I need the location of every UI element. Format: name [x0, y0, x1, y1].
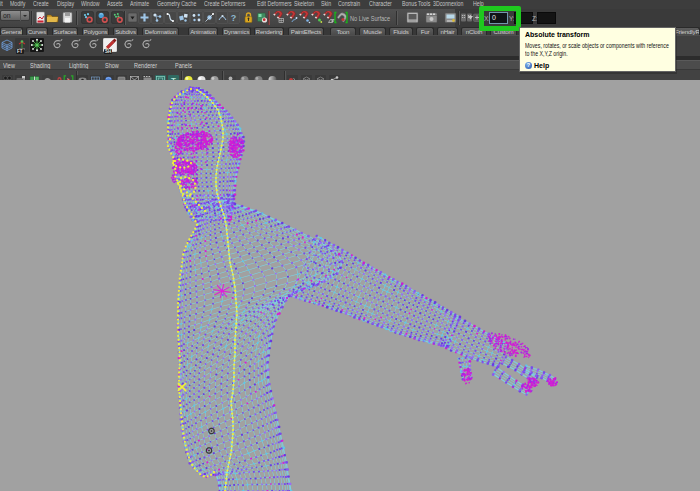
shelf-tab-painteffects[interactable]: PaintEffects	[288, 27, 324, 35]
bookmarks-icon[interactable]	[42, 71, 53, 81]
menu-help[interactable]: Help	[473, 0, 484, 8]
menu-assets[interactable]: Assets	[107, 0, 123, 8]
menu-skeleton[interactable]: Skeleton	[294, 0, 314, 8]
safe-title-icon[interactable]: T	[168, 71, 179, 81]
spider-rig-icon[interactable]	[30, 38, 44, 52]
menu-modify[interactable]: Modify	[10, 0, 25, 8]
poly-cube-icon[interactable]	[0, 38, 14, 52]
shelf-tab-subdivs[interactable]: Subdivs	[113, 27, 138, 35]
menu-create-deformers[interactable]: Create Deformers	[204, 0, 245, 8]
view-selected-icon[interactable]	[63, 71, 74, 81]
shelf-tab-nhair[interactable]: nHair	[437, 27, 458, 35]
coord-x-input[interactable]: 0	[489, 12, 508, 24]
shelf-tab-dynamics[interactable]: Dynamics	[222, 27, 251, 35]
gate-mask-icon[interactable]	[129, 71, 140, 81]
mask-curves-icon[interactable]	[164, 11, 177, 24]
panel-toolbar-divider	[284, 71, 286, 80]
viewport[interactable]	[0, 80, 700, 491]
script-swoosh-icon[interactable]	[50, 38, 64, 52]
mask-deformations-icon[interactable]	[190, 11, 203, 24]
status-line: on ?No Live SurfaceX:0Y:Z:	[0, 9, 700, 27]
mask-surfaces-icon[interactable]	[177, 11, 190, 24]
shelf-tab-polygons[interactable]: Polygons	[82, 27, 109, 35]
tooltip-help-row[interactable]: ? Help	[525, 62, 670, 69]
menu-window[interactable]: Window	[81, 0, 100, 8]
select-hierarchy-icon[interactable]	[81, 11, 94, 24]
shelf-tab-friendlyrig[interactable]: FriendlyRig	[674, 27, 700, 35]
help-label: Help	[534, 62, 549, 69]
screen-space-ao-icon[interactable]	[267, 71, 278, 81]
lock-selection-icon[interactable]	[242, 11, 255, 24]
open-scene-icon[interactable]	[46, 11, 59, 24]
ipr-render-icon[interactable]	[444, 11, 457, 24]
multisampling-icon[interactable]	[301, 71, 312, 81]
exposure-icon[interactable]	[329, 71, 340, 81]
wireframe-icon[interactable]	[183, 71, 194, 81]
grid-icon[interactable]	[90, 71, 101, 81]
menu-create[interactable]: Create	[33, 0, 49, 8]
shelf-tab-toon[interactable]: Toon	[330, 27, 356, 35]
menu-skin[interactable]: Skin	[321, 0, 331, 8]
script-swoosh-icon[interactable]	[139, 38, 153, 52]
script-swoosh-icon[interactable]	[121, 38, 135, 52]
select-object-icon[interactable]	[96, 11, 109, 24]
safe-action-icon[interactable]	[155, 71, 166, 81]
select-camera-icon[interactable]	[2, 71, 13, 81]
make-live-icon[interactable]	[334, 11, 347, 24]
resolution-gate-icon[interactable]	[116, 71, 127, 81]
shelf-tab-custom[interactable]: Custom	[490, 27, 517, 35]
coord-z-input[interactable]	[537, 12, 556, 24]
highlight-selection-icon[interactable]	[256, 11, 269, 24]
menu-geometry-cache[interactable]: Geometry Cache	[157, 0, 196, 8]
maya-window: itModifyCreateDisplayWindowAssetsAnimate…	[0, 0, 700, 491]
shelf-tab-fluids[interactable]: Fluids	[389, 27, 413, 35]
shelf-tab-ncloth[interactable]: nCloth	[461, 27, 487, 35]
render-view-icon[interactable]	[406, 11, 419, 24]
script-swoosh-icon[interactable]	[68, 38, 82, 52]
sh-pencil-icon[interactable]: SH	[103, 38, 117, 52]
mask-unknown-icon[interactable]: ?	[227, 11, 240, 24]
wireframe-figure	[0, 80, 700, 491]
menu-edit-deformers[interactable]: Edit Deformers	[257, 0, 292, 8]
motion-blur-icon[interactable]	[287, 71, 298, 81]
shelf-tab-general[interactable]: General	[0, 27, 23, 35]
snap-grid-icon[interactable]	[272, 11, 285, 24]
statusline-divider	[124, 11, 127, 25]
ft-tool-icon[interactable]: FT	[15, 38, 29, 52]
textured-icon[interactable]	[209, 71, 220, 81]
menu-3dconnexion[interactable]: 3Dconnexion	[433, 0, 463, 8]
mask-dynamics-icon[interactable]	[203, 11, 216, 24]
shelf-tab-fur[interactable]: Fur	[416, 27, 434, 35]
script-swoosh-icon[interactable]	[86, 38, 100, 52]
shelf-tab-rendering[interactable]: Rendering	[254, 27, 284, 35]
lock-camera-icon[interactable]	[15, 71, 26, 81]
shadows-icon[interactable]	[253, 71, 264, 81]
menu-animate[interactable]: Animate	[130, 0, 149, 8]
mask-joints-icon[interactable]	[151, 11, 164, 24]
coord-y-input[interactable]	[514, 12, 533, 24]
menu-it[interactable]: it	[0, 0, 3, 8]
depth-of-field-icon[interactable]	[315, 71, 326, 81]
shelf-tab-animation[interactable]: Animation	[188, 27, 218, 35]
shelf-tab-deformation[interactable]: Deformation	[142, 27, 179, 35]
camera-attributes-icon[interactable]	[29, 71, 40, 81]
save-scene-icon[interactable]	[61, 11, 74, 24]
use-default-material-icon[interactable]	[225, 71, 236, 81]
shelf-tab-muscle[interactable]: Muscle	[359, 27, 386, 35]
menu-display[interactable]: Display	[57, 0, 74, 8]
film-gate-icon[interactable]	[103, 71, 114, 81]
menu-character[interactable]: Character	[369, 0, 392, 8]
render-current-frame-icon[interactable]	[425, 11, 438, 24]
shaded-icon[interactable]	[196, 71, 207, 81]
menu-bonus-tools[interactable]: Bonus Tools	[402, 0, 430, 8]
mask-handles-icon[interactable]	[138, 11, 151, 24]
shelf-tab-surfaces[interactable]: Surfaces	[52, 27, 78, 35]
snap-curve-icon[interactable]	[285, 11, 298, 24]
shelf-tab-curves[interactable]: Curves	[26, 27, 48, 35]
menu-constrain[interactable]: Constrain	[338, 0, 360, 8]
menu-set-selector[interactable]: on	[0, 10, 30, 21]
select-component-icon[interactable]	[111, 11, 124, 24]
field-chart-icon[interactable]	[142, 71, 153, 81]
shading-all-lights-icon[interactable]	[239, 71, 250, 81]
isolate-select-icon[interactable]	[77, 71, 88, 81]
